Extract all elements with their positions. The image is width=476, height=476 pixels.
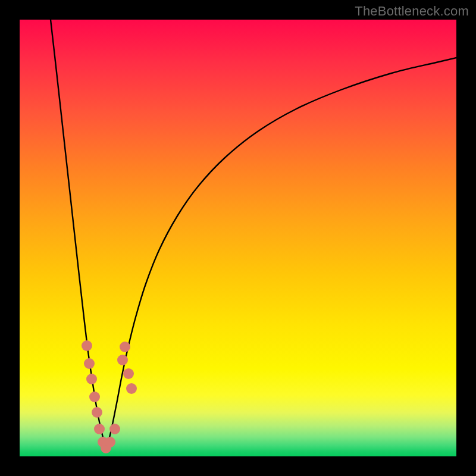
- chart-svg: [20, 20, 456, 456]
- curve-dot: [82, 340, 92, 351]
- curve-dot: [92, 407, 102, 418]
- curve-dot: [84, 358, 95, 369]
- curve-dot: [89, 392, 100, 402]
- curve-dot: [117, 355, 128, 365]
- curve-dot: [126, 383, 137, 394]
- curve-dot: [120, 342, 130, 352]
- curve-dot: [94, 424, 105, 434]
- watermark-text: TheBottleneck.com: [355, 4, 469, 19]
- chart-frame: TheBottleneck.com: [0, 0, 476, 476]
- curve-dot: [86, 374, 97, 384]
- plot-area: [20, 20, 456, 456]
- curve-dot: [105, 437, 115, 447]
- curve-dot: [109, 424, 120, 434]
- bottleneck-curve: [51, 20, 456, 448]
- curve-dot: [123, 368, 134, 379]
